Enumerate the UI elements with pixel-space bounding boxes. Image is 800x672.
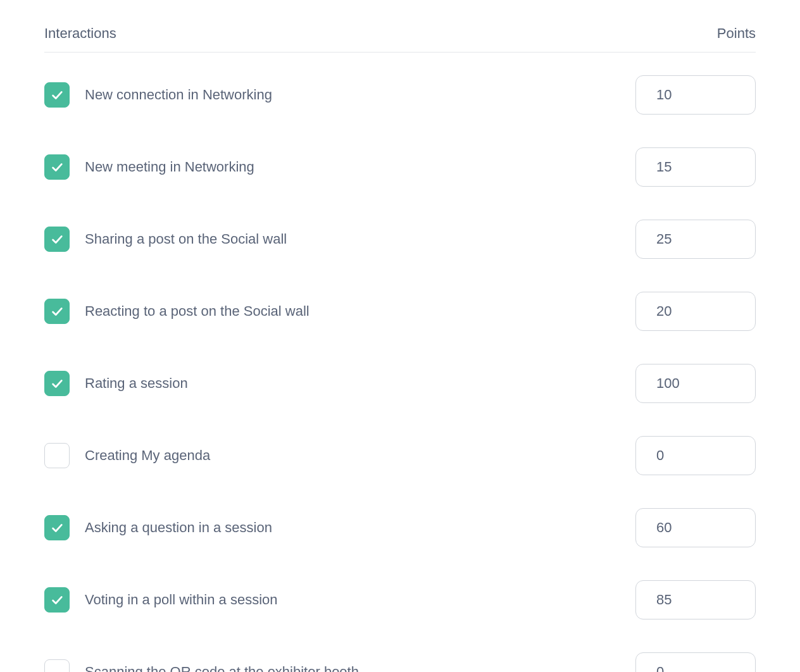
interaction-label: New meeting in Networking <box>85 159 254 175</box>
points-input[interactable] <box>635 147 756 187</box>
points-input[interactable] <box>635 364 756 403</box>
points-input[interactable] <box>635 580 756 619</box>
check-icon <box>50 232 64 246</box>
points-input[interactable] <box>635 652 756 672</box>
interaction-row-left: Rating a session <box>44 371 188 396</box>
interaction-row: Scanning the QR code at the exhibitor bo… <box>44 652 756 672</box>
check-icon <box>50 160 64 174</box>
interaction-label: Creating My agenda <box>85 447 210 464</box>
interaction-row: Reacting to a post on the Social wall <box>44 292 756 331</box>
interaction-row: Asking a question in a session <box>44 508 756 547</box>
interaction-row-left: Sharing a post on the Social wall <box>44 227 287 252</box>
interaction-checkbox[interactable] <box>44 154 70 180</box>
interaction-checkbox[interactable] <box>44 659 70 672</box>
points-input[interactable] <box>635 75 756 115</box>
points-header-label: Points <box>717 25 756 42</box>
interaction-row-left: Creating My agenda <box>44 443 210 468</box>
interaction-label: Voting in a poll within a session <box>85 592 278 608</box>
interaction-checkbox[interactable] <box>44 371 70 396</box>
interaction-row-left: Voting in a poll within a session <box>44 587 278 613</box>
interaction-checkbox[interactable] <box>44 587 70 613</box>
points-input[interactable] <box>635 508 756 547</box>
interaction-row: Rating a session <box>44 364 756 403</box>
check-icon <box>50 593 64 607</box>
interaction-row-left: Reacting to a post on the Social wall <box>44 299 309 324</box>
interaction-label: Reacting to a post on the Social wall <box>85 303 309 320</box>
interactions-header-label: Interactions <box>44 25 116 42</box>
interaction-label: Rating a session <box>85 375 188 392</box>
check-icon <box>50 521 64 535</box>
interaction-row: Sharing a post on the Social wall <box>44 220 756 259</box>
interaction-label: Asking a question in a session <box>85 520 272 536</box>
interaction-label: Scanning the QR code at the exhibitor bo… <box>85 664 359 672</box>
points-input[interactable] <box>635 220 756 259</box>
points-input[interactable] <box>635 436 756 475</box>
interaction-row: Creating My agenda <box>44 436 756 475</box>
table-header: Interactions Points <box>44 25 756 53</box>
check-icon <box>50 376 64 390</box>
interaction-label: Sharing a post on the Social wall <box>85 231 287 247</box>
interaction-checkbox[interactable] <box>44 82 70 108</box>
interaction-checkbox[interactable] <box>44 515 70 540</box>
interaction-row-left: New connection in Networking <box>44 82 272 108</box>
interaction-label: New connection in Networking <box>85 87 272 103</box>
interaction-checkbox[interactable] <box>44 299 70 324</box>
interaction-row-left: Asking a question in a session <box>44 515 272 540</box>
interaction-row-left: Scanning the QR code at the exhibitor bo… <box>44 659 359 672</box>
interaction-checkbox[interactable] <box>44 227 70 252</box>
interactions-list: New connection in Networking New meeting… <box>44 75 756 672</box>
interaction-row: New connection in Networking <box>44 75 756 115</box>
interaction-row-left: New meeting in Networking <box>44 154 254 180</box>
points-input[interactable] <box>635 292 756 331</box>
check-icon <box>50 304 64 318</box>
check-icon <box>50 88 64 102</box>
interaction-row: Voting in a poll within a session <box>44 580 756 619</box>
interaction-row: New meeting in Networking <box>44 147 756 187</box>
interaction-checkbox[interactable] <box>44 443 70 468</box>
